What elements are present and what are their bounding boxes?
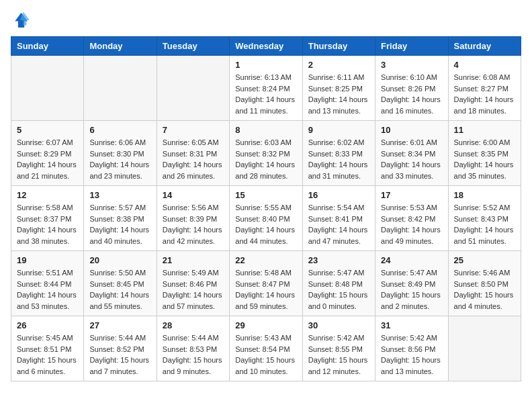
calendar-header-row: SundayMondayTuesdayWednesdayThursdayFrid… — [11, 37, 521, 56]
calendar-cell: 14Sunrise: 5:56 AMSunset: 8:39 PMDayligh… — [157, 186, 229, 251]
calendar-cell: 20Sunrise: 5:50 AMSunset: 8:45 PMDayligh… — [84, 251, 157, 316]
calendar-cell — [157, 56, 229, 121]
day-number: 13 — [89, 190, 150, 200]
day-number: 19 — [17, 255, 78, 265]
day-info: Sunrise: 5:47 AMSunset: 8:49 PMDaylight:… — [381, 267, 442, 312]
day-number: 20 — [89, 255, 150, 265]
calendar-cell: 2Sunrise: 6:11 AMSunset: 8:25 PMDaylight… — [302, 56, 375, 121]
calendar-cell: 31Sunrise: 5:42 AMSunset: 8:56 PMDayligh… — [375, 316, 448, 381]
calendar-cell: 13Sunrise: 5:57 AMSunset: 8:38 PMDayligh… — [84, 186, 157, 251]
day-number: 28 — [163, 320, 224, 330]
day-info: Sunrise: 5:48 AMSunset: 8:47 PMDaylight:… — [235, 267, 296, 312]
calendar-cell: 19Sunrise: 5:51 AMSunset: 8:44 PMDayligh… — [11, 251, 84, 316]
calendar-cell: 25Sunrise: 5:46 AMSunset: 8:50 PMDayligh… — [448, 251, 521, 316]
day-number: 21 — [163, 255, 224, 265]
day-info: Sunrise: 5:56 AMSunset: 8:39 PMDaylight:… — [163, 202, 224, 246]
calendar-cell — [448, 316, 521, 381]
calendar-cell: 9Sunrise: 6:02 AMSunset: 8:33 PMDaylight… — [302, 121, 375, 186]
day-info: Sunrise: 5:58 AMSunset: 8:37 PMDaylight:… — [17, 202, 78, 246]
day-number: 7 — [163, 125, 224, 135]
day-header-thursday: Thursday — [302, 37, 375, 56]
calendar-cell: 28Sunrise: 5:44 AMSunset: 8:53 PMDayligh… — [157, 316, 229, 381]
day-info: Sunrise: 5:54 AMSunset: 8:41 PMDaylight:… — [308, 202, 369, 246]
day-info: Sunrise: 6:13 AMSunset: 8:24 PMDaylight:… — [235, 72, 296, 116]
day-info: Sunrise: 6:03 AMSunset: 8:32 PMDaylight:… — [235, 137, 296, 181]
calendar-cell: 17Sunrise: 5:53 AMSunset: 8:42 PMDayligh… — [375, 186, 448, 251]
day-info: Sunrise: 5:53 AMSunset: 8:42 PMDaylight:… — [381, 202, 442, 246]
logo-icon — [11, 11, 30, 30]
day-number: 15 — [235, 190, 296, 200]
calendar-week-row: 12Sunrise: 5:58 AMSunset: 8:37 PMDayligh… — [11, 186, 521, 251]
calendar-cell: 8Sunrise: 6:03 AMSunset: 8:32 PMDaylight… — [230, 121, 302, 186]
day-header-sunday: Sunday — [11, 37, 84, 56]
day-info: Sunrise: 6:11 AMSunset: 8:25 PMDaylight:… — [308, 72, 369, 116]
day-header-tuesday: Tuesday — [157, 37, 229, 56]
day-info: Sunrise: 5:44 AMSunset: 8:52 PMDaylight:… — [89, 332, 150, 377]
day-number: 6 — [89, 125, 150, 135]
calendar-week-row: 1Sunrise: 6:13 AMSunset: 8:24 PMDaylight… — [11, 56, 521, 121]
day-number: 12 — [17, 190, 78, 200]
page-header — [11, 11, 521, 30]
calendar-cell — [11, 56, 84, 121]
day-info: Sunrise: 5:47 AMSunset: 8:48 PMDaylight:… — [308, 267, 369, 312]
day-header-wednesday: Wednesday — [230, 37, 302, 56]
day-info: Sunrise: 5:42 AMSunset: 8:55 PMDaylight:… — [308, 332, 369, 377]
calendar-cell: 10Sunrise: 6:01 AMSunset: 8:34 PMDayligh… — [375, 121, 448, 186]
day-number: 25 — [454, 255, 515, 265]
calendar-cell: 5Sunrise: 6:07 AMSunset: 8:29 PMDaylight… — [11, 121, 84, 186]
calendar-cell: 23Sunrise: 5:47 AMSunset: 8:48 PMDayligh… — [302, 251, 375, 316]
calendar-cell: 4Sunrise: 6:08 AMSunset: 8:27 PMDaylight… — [448, 56, 521, 121]
day-info: Sunrise: 5:50 AMSunset: 8:45 PMDaylight:… — [89, 267, 150, 312]
day-number: 29 — [235, 320, 296, 330]
calendar-cell: 12Sunrise: 5:58 AMSunset: 8:37 PMDayligh… — [11, 186, 84, 251]
logo — [11, 11, 32, 30]
day-info: Sunrise: 6:07 AMSunset: 8:29 PMDaylight:… — [17, 137, 78, 181]
calendar-table: SundayMondayTuesdayWednesdayThursdayFrid… — [11, 36, 521, 381]
calendar-cell: 3Sunrise: 6:10 AMSunset: 8:26 PMDaylight… — [375, 56, 448, 121]
day-number: 23 — [308, 255, 369, 265]
day-number: 9 — [308, 125, 369, 135]
day-number: 17 — [381, 190, 442, 200]
calendar-cell: 30Sunrise: 5:42 AMSunset: 8:55 PMDayligh… — [302, 316, 375, 381]
calendar-cell: 27Sunrise: 5:44 AMSunset: 8:52 PMDayligh… — [84, 316, 157, 381]
day-info: Sunrise: 5:55 AMSunset: 8:40 PMDaylight:… — [235, 202, 296, 246]
calendar-cell: 24Sunrise: 5:47 AMSunset: 8:49 PMDayligh… — [375, 251, 448, 316]
calendar-cell: 18Sunrise: 5:52 AMSunset: 8:43 PMDayligh… — [448, 186, 521, 251]
calendar-cell: 11Sunrise: 6:00 AMSunset: 8:35 PMDayligh… — [448, 121, 521, 186]
day-header-saturday: Saturday — [448, 37, 521, 56]
day-number: 4 — [454, 60, 515, 70]
calendar-cell: 16Sunrise: 5:54 AMSunset: 8:41 PMDayligh… — [302, 186, 375, 251]
calendar-cell: 15Sunrise: 5:55 AMSunset: 8:40 PMDayligh… — [230, 186, 302, 251]
calendar-cell: 6Sunrise: 6:06 AMSunset: 8:30 PMDaylight… — [84, 121, 157, 186]
calendar-cell: 26Sunrise: 5:45 AMSunset: 8:51 PMDayligh… — [11, 316, 84, 381]
day-number: 1 — [235, 60, 296, 70]
day-info: Sunrise: 5:46 AMSunset: 8:50 PMDaylight:… — [454, 267, 515, 312]
day-info: Sunrise: 5:51 AMSunset: 8:44 PMDaylight:… — [17, 267, 78, 312]
day-number: 22 — [235, 255, 296, 265]
calendar-cell: 7Sunrise: 6:05 AMSunset: 8:31 PMDaylight… — [157, 121, 229, 186]
day-number: 31 — [381, 320, 442, 330]
calendar-cell: 1Sunrise: 6:13 AMSunset: 8:24 PMDaylight… — [230, 56, 302, 121]
day-info: Sunrise: 5:52 AMSunset: 8:43 PMDaylight:… — [454, 202, 515, 246]
day-info: Sunrise: 5:57 AMSunset: 8:38 PMDaylight:… — [89, 202, 150, 246]
calendar-cell — [84, 56, 157, 121]
day-info: Sunrise: 6:02 AMSunset: 8:33 PMDaylight:… — [308, 137, 369, 181]
day-info: Sunrise: 5:49 AMSunset: 8:46 PMDaylight:… — [163, 267, 224, 312]
day-number: 5 — [17, 125, 78, 135]
day-info: Sunrise: 6:05 AMSunset: 8:31 PMDaylight:… — [163, 137, 224, 181]
day-number: 10 — [381, 125, 442, 135]
day-info: Sunrise: 5:44 AMSunset: 8:53 PMDaylight:… — [163, 332, 224, 377]
day-info: Sunrise: 6:06 AMSunset: 8:30 PMDaylight:… — [89, 137, 150, 181]
calendar-week-row: 19Sunrise: 5:51 AMSunset: 8:44 PMDayligh… — [11, 251, 521, 316]
calendar-cell: 29Sunrise: 5:43 AMSunset: 8:54 PMDayligh… — [230, 316, 302, 381]
day-info: Sunrise: 5:43 AMSunset: 8:54 PMDaylight:… — [235, 332, 296, 377]
day-info: Sunrise: 6:10 AMSunset: 8:26 PMDaylight:… — [381, 72, 442, 116]
day-number: 11 — [454, 125, 515, 135]
day-number: 14 — [163, 190, 224, 200]
day-info: Sunrise: 5:42 AMSunset: 8:56 PMDaylight:… — [381, 332, 442, 377]
day-number: 8 — [235, 125, 296, 135]
day-info: Sunrise: 5:45 AMSunset: 8:51 PMDaylight:… — [17, 332, 78, 377]
day-header-monday: Monday — [84, 37, 157, 56]
calendar-week-row: 26Sunrise: 5:45 AMSunset: 8:51 PMDayligh… — [11, 316, 521, 381]
day-info: Sunrise: 6:01 AMSunset: 8:34 PMDaylight:… — [381, 137, 442, 181]
